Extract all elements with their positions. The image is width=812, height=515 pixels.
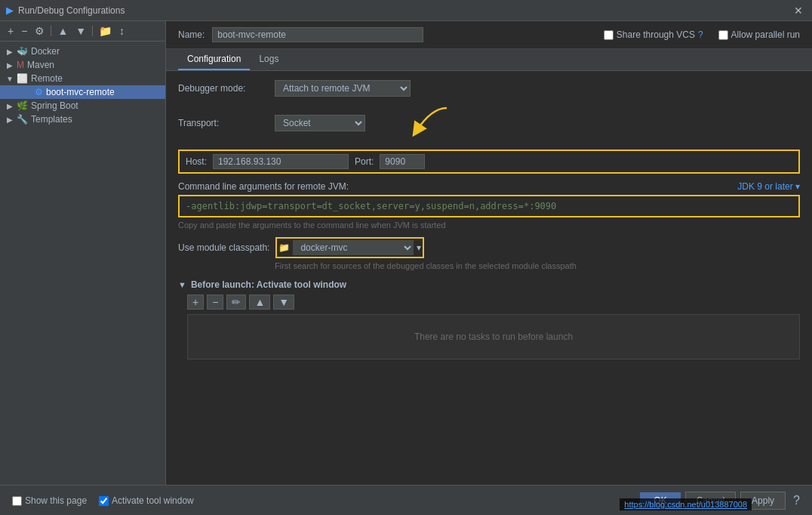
tab-logs[interactable]: Logs bbox=[250, 49, 288, 70]
watermark-link: https://blog.csdn.net/u013887008 bbox=[620, 498, 752, 510]
name-input[interactable] bbox=[212, 27, 423, 42]
templates-icon: 🔧 bbox=[17, 114, 28, 125]
config-icon: ⚙ bbox=[35, 87, 43, 97]
sidebar-toolbar: + − ⚙ ▲ ▼ 📁 ↕ bbox=[0, 21, 165, 42]
remote-icon: ⬜ bbox=[17, 73, 28, 84]
cmdline-hint: Copy and paste the arguments to the comm… bbox=[178, 220, 800, 230]
name-row: Name: Share through VCS ? Allow parallel… bbox=[166, 21, 812, 49]
close-button[interactable]: ✕ bbox=[791, 5, 806, 17]
host-port-row: Host: Port: bbox=[178, 150, 800, 174]
host-input[interactable] bbox=[213, 154, 349, 169]
bl-up-button[interactable]: ▲ bbox=[249, 295, 270, 310]
transport-label: Transport: bbox=[178, 118, 269, 128]
sidebar-item-label: Docker bbox=[31, 46, 60, 57]
settings-config-button[interactable]: ⚙ bbox=[32, 24, 48, 38]
debugger-mode-row: Debugger mode: Attach to remote JVM bbox=[178, 80, 800, 97]
dialog-title: Run/Debug Configurations bbox=[18, 5, 786, 16]
before-launch-label: Before launch: Activate tool window bbox=[191, 279, 346, 290]
sidebar-item-templates[interactable]: ▶ 🔧 Templates bbox=[0, 113, 165, 126]
toolbar-separator bbox=[51, 26, 51, 36]
module-select-wrap: 📁 docker-mvc ▾ bbox=[275, 237, 424, 258]
arrow-icon: ▶ bbox=[6, 48, 14, 56]
bl-remove-button[interactable]: − bbox=[207, 295, 223, 310]
sort-button[interactable]: ↕ bbox=[116, 24, 128, 38]
cmdline-label: Command line arguments for remote JVM: bbox=[178, 181, 349, 192]
sidebar-item-label: Templates bbox=[31, 114, 72, 125]
arrow-icon: ▶ bbox=[6, 116, 14, 124]
activate-tool-window-checkbox[interactable] bbox=[99, 496, 109, 506]
show-this-page-label: Show this page bbox=[25, 495, 87, 506]
add-config-button[interactable]: + bbox=[5, 24, 17, 38]
config-tree: ▶ 🐳 Docker ▶ M Maven ▼ ⬜ Remote ⚙ boot-m… bbox=[0, 42, 165, 485]
module-classpath-label: Use module classpath: bbox=[178, 242, 269, 253]
sidebar-item-label: Remote bbox=[31, 73, 63, 84]
sidebar-item-boot-mvc-remote[interactable]: ⚙ boot-mvc-remote bbox=[0, 85, 165, 99]
cmdline-header: Command line arguments for remote JVM: J… bbox=[178, 181, 800, 192]
tabs-bar: Configuration Logs bbox=[166, 49, 812, 71]
arrow-icon: ▼ bbox=[6, 75, 14, 83]
module-dropdown-icon[interactable]: ▾ bbox=[417, 242, 421, 253]
arrow-icon: ▶ bbox=[6, 61, 14, 69]
spring-boot-icon: 🌿 bbox=[17, 100, 28, 111]
cmdline-value: -agentlib:jdwp=transport=dt_socket,serve… bbox=[186, 201, 556, 211]
sidebar-item-maven[interactable]: ▶ M Maven bbox=[0, 58, 165, 72]
module-classpath-select[interactable]: docker-mvc bbox=[293, 240, 414, 255]
share-vcs-label: Share through VCS bbox=[617, 29, 695, 40]
before-launch-header: ▼ Before launch: Activate tool window bbox=[178, 279, 800, 290]
arrow-icon: ▶ bbox=[6, 102, 14, 110]
sidebar-item-label: boot-mvc-remote bbox=[46, 87, 115, 97]
cmdline-section: Command line arguments for remote JVM: J… bbox=[178, 181, 800, 230]
content-area: Name: Share through VCS ? Allow parallel… bbox=[166, 21, 812, 485]
before-launch-empty-state: There are no tasks to run before launch bbox=[187, 314, 800, 359]
module-hint: First search for sources of the debugged… bbox=[275, 261, 800, 270]
docker-icon: 🐳 bbox=[17, 46, 28, 57]
bl-add-button[interactable]: + bbox=[187, 295, 204, 310]
jdk-link[interactable]: JDK 9 or later ▾ bbox=[737, 181, 800, 192]
activate-tool-window-check: Activate tool window bbox=[99, 495, 194, 506]
main-layout: + − ⚙ ▲ ▼ 📁 ↕ ▶ 🐳 Docker ▶ M Maven bbox=[0, 21, 812, 485]
allow-parallel-checkbox[interactable] bbox=[718, 30, 728, 40]
show-this-page-check: Show this page bbox=[12, 495, 87, 506]
port-input[interactable] bbox=[380, 154, 425, 169]
folder-button[interactable]: 📁 bbox=[96, 24, 115, 38]
bl-edit-button[interactable]: ✏ bbox=[226, 295, 246, 310]
allow-parallel-label: Allow parallel run bbox=[731, 29, 800, 40]
config-content: Debugger mode: Attach to remote JVM Tran… bbox=[166, 71, 812, 485]
share-vcs-section: Share through VCS ? bbox=[604, 29, 703, 40]
transport-row: Transport: Socket bbox=[178, 104, 800, 142]
tab-configuration[interactable]: Configuration bbox=[178, 49, 250, 70]
before-launch-toolbar: + − ✏ ▲ ▼ bbox=[187, 295, 800, 310]
show-this-page-checkbox[interactable] bbox=[12, 496, 22, 506]
sidebar-item-spring-boot[interactable]: ▶ 🌿 Spring Boot bbox=[0, 99, 165, 113]
app-icon: ▶ bbox=[6, 5, 14, 16]
maven-icon: M bbox=[17, 60, 24, 70]
debugger-mode-select[interactable]: Attach to remote JVM bbox=[275, 80, 411, 97]
port-label: Port: bbox=[355, 156, 374, 167]
move-up-button[interactable]: ▲ bbox=[54, 24, 71, 38]
module-icon: 📁 bbox=[278, 242, 290, 253]
sidebar-item-label: Spring Boot bbox=[31, 100, 78, 111]
title-bar: ▶ Run/Debug Configurations ✕ bbox=[0, 0, 812, 21]
module-classpath-row: Use module classpath: 📁 docker-mvc ▾ bbox=[178, 237, 800, 258]
help-icon[interactable]: ? bbox=[698, 29, 703, 40]
remove-config-button[interactable]: − bbox=[18, 24, 30, 38]
before-launch-section: ▼ Before launch: Activate tool window + … bbox=[178, 279, 800, 359]
sidebar: + − ⚙ ▲ ▼ 📁 ↕ ▶ 🐳 Docker ▶ M Maven bbox=[0, 21, 166, 485]
debugger-mode-label: Debugger mode: bbox=[178, 83, 269, 94]
annotation-arrow bbox=[386, 104, 462, 142]
host-label: Host: bbox=[186, 156, 207, 167]
name-label: Name: bbox=[178, 29, 205, 40]
sidebar-item-docker[interactable]: ▶ 🐳 Docker bbox=[0, 45, 165, 58]
toolbar-separator-2 bbox=[92, 26, 93, 36]
collapse-arrow-icon[interactable]: ▼ bbox=[178, 280, 186, 289]
sidebar-item-label: Maven bbox=[27, 60, 54, 70]
transport-select[interactable]: Socket bbox=[275, 115, 365, 131]
bl-down-button[interactable]: ▼ bbox=[273, 295, 294, 310]
allow-parallel-section: Allow parallel run bbox=[718, 29, 800, 40]
cmdline-box: -agentlib:jdwp=transport=dt_socket,serve… bbox=[178, 195, 800, 217]
share-vcs-checkbox[interactable] bbox=[604, 30, 614, 40]
help-button[interactable]: ? bbox=[793, 494, 800, 507]
activate-tool-window-label: Activate tool window bbox=[112, 495, 194, 506]
move-down-button[interactable]: ▼ bbox=[72, 24, 89, 38]
sidebar-item-remote[interactable]: ▼ ⬜ Remote bbox=[0, 72, 165, 85]
